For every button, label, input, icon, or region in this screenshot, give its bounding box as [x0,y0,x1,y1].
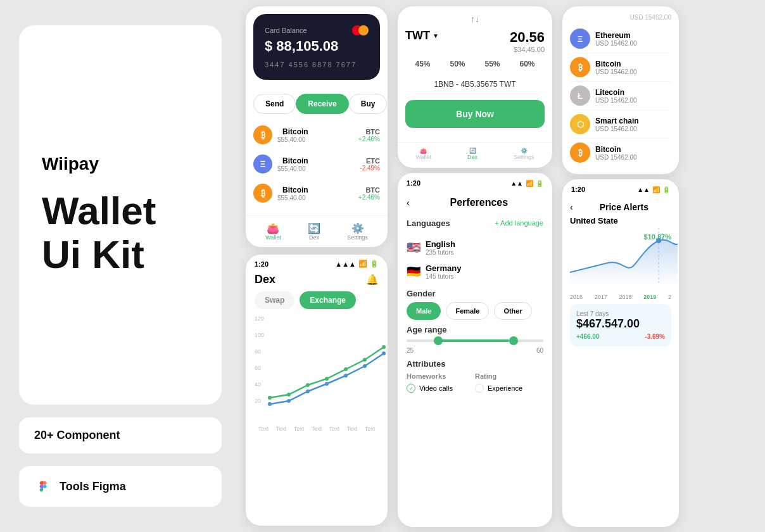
phone-column-1: Card Balance $ 88,105.08 3447 4556 8878 … [241,0,393,532]
dex-nav-icon: 🔄 [467,148,477,154]
add-language-button[interactable]: + Add language [495,219,543,227]
pref-wifi-icon: 📶 [526,180,533,187]
card-number: 3447 4556 8878 7677 [265,61,369,68]
slider-thumb-max[interactable] [509,336,518,345]
card-amount: $ 88,105.08 [265,38,369,54]
wallet-nav-icon: 👛 [415,148,431,154]
list-item: ₿ Bitcoin USD 15462.00 [570,53,671,82]
card-balance-label: Card Balance [265,27,307,34]
pref-header: ‹ Perferences [398,189,552,213]
battery-icon: 🔋 [370,260,379,268]
brand-card: Wiipay Wallet Ui Kit [19,25,222,405]
svg-point-6 [382,345,386,349]
swap-tab[interactable]: Swap [255,291,294,309]
slider-thumb-min[interactable] [434,336,443,345]
male-button[interactable]: Male [407,302,441,320]
crypto-list: ₿ Bitcoin $55,40.00 BTC +2.46% Ξ Bitcoin… [246,120,388,215]
title-line2: Ui Kit [42,232,144,276]
pa-battery-icon: 🔋 [662,186,670,193]
list-item: ⬡ Smart chain USD 15462.00 [570,110,671,139]
germany-label: Germany [426,263,461,273]
pref-battery-icon: 🔋 [536,180,543,187]
bell-icon[interactable]: 🔔 [366,274,379,286]
settings-nav-icon: ⚙️ [514,148,534,154]
list-item: ✓ Video calls [407,383,475,394]
pref-signal-icon: ▲▲ [510,180,523,187]
pref-status-bar: 1:20 ▲▲ 📶 🔋 [398,173,552,189]
age-max-label: 60 [536,347,543,354]
column-3: USD 15462.00 Ξ Ethereum USD 15462.00 ₿ B… [557,0,684,532]
ex-nav-dex[interactable]: 🔄 Dex [467,148,477,160]
status-time: 1:20 [255,260,269,268]
svg-point-3 [325,377,329,381]
svg-point-12 [363,364,367,368]
svg-point-9 [306,390,310,393]
nav-settings[interactable]: ⚙️ Settings [347,222,368,241]
mc-orange [358,25,369,35]
age-slider[interactable]: 25 60 [407,339,543,354]
preferences-phone: 1:20 ▲▲ 📶 🔋 ‹ Perferences Languages + Ad… [398,173,552,527]
status-bar: 1:20 ▲▲▲ 📶 🔋 [246,255,388,270]
svg-point-8 [287,399,291,403]
exchange-price: 20.56 [510,29,545,46]
nav-dex[interactable]: 🔄 Dex [308,222,320,241]
age-title: Age range [407,325,543,334]
pa-year-labels: 2016 2017 2018 2019 2 [570,294,671,300]
arrows-icon: ↑↓ [405,14,545,24]
pa-back-icon[interactable]: ‹ [570,202,573,212]
figma-icon [34,478,52,495]
checkbox-empty-icon[interactable] [475,384,484,393]
other-button[interactable]: Other [494,302,531,320]
dropdown-icon[interactable]: ▼ [433,32,439,39]
brand-title: Wallet Ui Kit [42,189,199,276]
signal-icon: ▲▲▲ [335,260,356,268]
pa-content: United State $10,87% [562,216,679,346]
pa-bottom-label: Lest 7 days [576,310,665,317]
list-item: Ξ Ethereum USD 15462.00 [570,25,671,53]
send-button[interactable]: Send [253,94,296,114]
chart-y-labels: 120 100 80 60 40 20 [255,315,264,404]
pa-bottom-amount: $467.547.00 [576,317,665,331]
list-item: ₿ Bitcoin USD 15462.00 [570,139,671,167]
pa-title: Price Alerts [577,202,671,212]
pa-time: 1:20 [571,186,585,193]
pa-location: United State [570,216,671,225]
dex-tabs: Swap Exchange [246,291,388,315]
mastercard-icon [352,25,369,35]
list-item: 🇩🇪 Germany 145 tutors [407,260,543,284]
exchange-phone: ↑↓ TWT ▼ 20.56 $34,45.00 45% 50% 55% 60% [398,6,552,168]
list-item: Ξ Bitcoin $55,40.00 ETC -2.49% [253,149,380,179]
pa-change-positive: +466.00 [576,333,599,340]
pa-change-negative: -3.69% [645,333,665,340]
exchange-tab[interactable]: Exchange [300,291,356,309]
checkbox-icon[interactable]: ✓ [407,384,415,393]
attributes-section: Attributes Homeworks ✓ Video calls Ratin… [398,359,552,394]
tools-label: Tools Figma [60,480,126,493]
female-button[interactable]: Female [446,302,489,320]
pref-title: Perferences [415,197,543,208]
receive-button[interactable]: Receive [296,94,348,114]
dex-header: Dex 🔔 [246,270,388,291]
crypto-price-right: BTC +2.46% [358,128,380,142]
age-min-label: 25 [407,347,414,354]
sc-list-icon: ⬡ [570,114,590,134]
pa-price-label: $10,87% [644,233,671,241]
ex-nav-wallet[interactable]: 👛 Wallet [415,148,431,160]
crypto-price-sub: $55,40.00 [277,136,358,143]
svg-point-1 [287,393,291,396]
gender-section: Gender Male Female Other [398,289,552,320]
nav-wallet[interactable]: 👛 Wallet [265,222,281,241]
tools-button[interactable]: Tools Figma [19,466,222,507]
exchange-sub-price: $34,45.00 [510,46,545,53]
component-button[interactable]: 20+ Component [19,417,222,453]
column-2: ↑↓ TWT ▼ 20.56 $34,45.00 45% 50% 55% 60% [393,0,557,532]
buy-button[interactable]: Buy [349,94,388,114]
us-flag: 🇺🇸 [407,241,420,255]
ex-nav-settings[interactable]: ⚙️ Settings [514,148,534,160]
card-label: Card Balance [265,25,369,35]
pa-wifi-icon: 📶 [652,186,660,193]
list-item: 🇺🇸 English 235 tutors [407,236,543,260]
back-icon[interactable]: ‹ [407,198,410,208]
svg-point-11 [344,374,348,377]
buy-now-button[interactable]: Buy Now [405,100,545,128]
